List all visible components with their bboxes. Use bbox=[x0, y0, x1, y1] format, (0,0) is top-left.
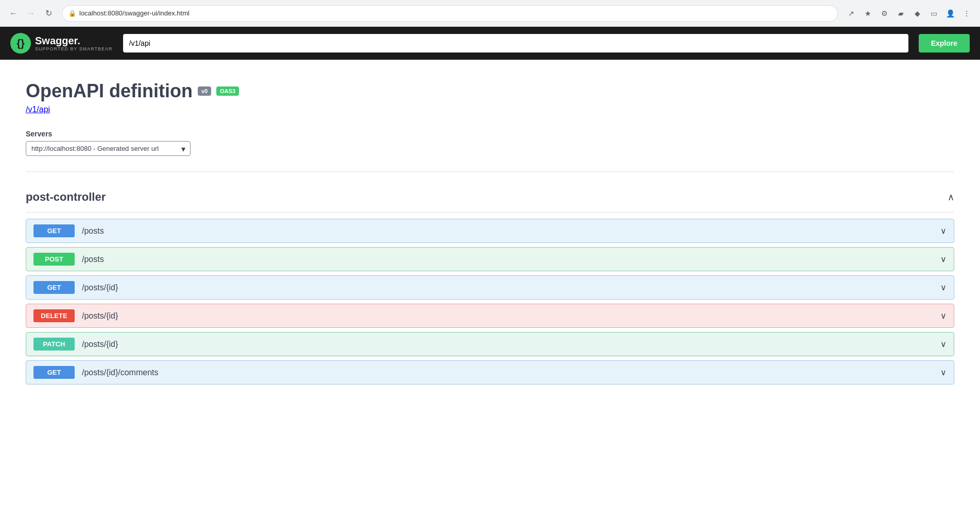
puzzle-button[interactable]: ◆ bbox=[910, 6, 924, 21]
method-badge-get: GET bbox=[33, 224, 75, 237]
endpoint-path: /posts/{id} bbox=[82, 283, 947, 292]
endpoint-expand-icon: ∨ bbox=[940, 368, 947, 377]
servers-select[interactable]: http://localhost:8080 - Generated server… bbox=[26, 141, 191, 156]
endpoint-row[interactable]: DELETE/posts/{id}∨ bbox=[26, 304, 954, 328]
method-badge-patch: PATCH bbox=[33, 338, 75, 351]
explore-button[interactable]: Explore bbox=[919, 34, 970, 53]
secure-icon: 🔒 bbox=[68, 10, 76, 17]
extension-button[interactable]: ⚙ bbox=[877, 6, 891, 21]
reload-button[interactable]: ↻ bbox=[41, 6, 56, 21]
method-badge-post: POST bbox=[33, 253, 75, 266]
controller-header[interactable]: post-controller ∧ bbox=[26, 182, 954, 213]
endpoint-row[interactable]: PATCH/posts/{id}∨ bbox=[26, 332, 954, 356]
page-title-area: OpenAPI definition v0 OAS3 /v1/api bbox=[26, 80, 954, 114]
menu-button[interactable]: ⋮ bbox=[959, 6, 974, 21]
extensions-button[interactable]: ▰ bbox=[893, 6, 908, 21]
swagger-url-input[interactable] bbox=[123, 34, 908, 53]
swagger-header: {} Swagger. Supported by SMARTBEAR Explo… bbox=[0, 27, 980, 60]
swagger-logo-subtitle: Supported by SMARTBEAR bbox=[35, 46, 113, 51]
forward-button[interactable]: → bbox=[24, 6, 38, 21]
swagger-logo-title: Swagger. bbox=[35, 35, 113, 46]
endpoint-row[interactable]: GET/posts/{id}∨ bbox=[26, 275, 954, 300]
servers-select-wrapper: http://localhost:8080 - Generated server… bbox=[26, 141, 191, 156]
section-divider bbox=[26, 171, 954, 172]
endpoint-row[interactable]: POST/posts∨ bbox=[26, 247, 954, 271]
address-bar[interactable]: 🔒 localhost:8080/swagger-ui/index.html bbox=[62, 5, 838, 22]
endpoint-expand-icon: ∨ bbox=[940, 283, 947, 292]
profile-button[interactable]: 👤 bbox=[943, 6, 957, 21]
endpoint-expand-icon: ∨ bbox=[940, 226, 947, 236]
swagger-logo-text: Swagger. Supported by SMARTBEAR bbox=[35, 35, 113, 51]
swagger-content: OpenAPI definition v0 OAS3 /v1/api Serve… bbox=[0, 60, 980, 507]
endpoint-expand-icon: ∨ bbox=[940, 339, 947, 349]
endpoint-path: /posts bbox=[82, 226, 947, 236]
servers-section: Servers http://localhost:8080 - Generate… bbox=[26, 130, 954, 156]
badge-oas3: OAS3 bbox=[216, 86, 239, 96]
controller-section: post-controller ∧ GET/posts∨POST/posts∨G… bbox=[26, 182, 954, 384]
method-badge-get: GET bbox=[33, 366, 75, 379]
endpoint-path: /posts/{id}/comments bbox=[82, 368, 947, 377]
split-button[interactable]: ▭ bbox=[926, 6, 941, 21]
bookmark-button[interactable]: ★ bbox=[861, 6, 875, 21]
browser-nav-buttons: ← → ↻ bbox=[6, 6, 56, 21]
endpoint-path: /posts/{id} bbox=[82, 311, 947, 321]
controller-chevron-icon: ∧ bbox=[948, 191, 954, 203]
page-subtitle: /v1/api bbox=[26, 105, 954, 114]
browser-chrome: ← → ↻ 🔒 localhost:8080/swagger-ui/index.… bbox=[0, 0, 980, 27]
back-button[interactable]: ← bbox=[6, 6, 21, 21]
endpoint-expand-icon: ∨ bbox=[940, 311, 947, 321]
endpoints-list: GET/posts∨POST/posts∨GET/posts/{id}∨DELE… bbox=[26, 219, 954, 384]
endpoint-row[interactable]: GET/posts∨ bbox=[26, 219, 954, 243]
url-text: localhost:8080/swagger-ui/index.html bbox=[79, 9, 190, 17]
controller-title: post-controller bbox=[26, 190, 106, 204]
servers-label: Servers bbox=[26, 130, 954, 138]
swagger-logo-icon: {} bbox=[10, 33, 31, 54]
swagger-logo: {} Swagger. Supported by SMARTBEAR bbox=[10, 33, 113, 54]
api-link[interactable]: /v1/api bbox=[26, 105, 50, 114]
endpoint-row[interactable]: GET/posts/{id}/comments∨ bbox=[26, 360, 954, 384]
endpoint-path: /posts bbox=[82, 255, 947, 264]
page-title: OpenAPI definition bbox=[26, 80, 193, 102]
badge-v0: v0 bbox=[198, 86, 211, 96]
endpoint-path: /posts/{id} bbox=[82, 340, 947, 349]
endpoint-expand-icon: ∨ bbox=[940, 254, 947, 264]
browser-actions: ↗ ★ ⚙ ▰ ◆ ▭ 👤 ⋮ bbox=[844, 6, 974, 21]
share-button[interactable]: ↗ bbox=[844, 6, 858, 21]
method-badge-get: GET bbox=[33, 281, 75, 294]
method-badge-delete: DELETE bbox=[33, 309, 75, 322]
page-title-row: OpenAPI definition v0 OAS3 bbox=[26, 80, 954, 102]
